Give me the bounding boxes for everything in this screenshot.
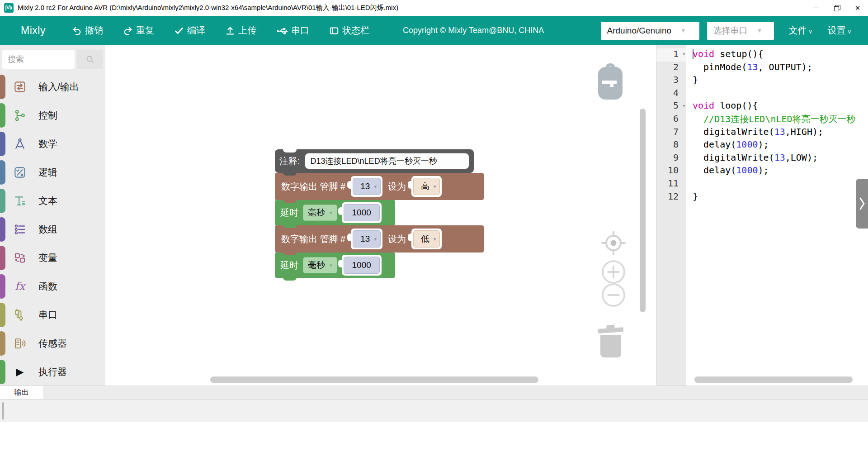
- pin-dropdown[interactable]: 13 ▾: [353, 178, 381, 195]
- delay-value-field[interactable]: 1000: [344, 257, 380, 274]
- fold-caret-icon[interactable]: ▾: [682, 51, 685, 57]
- delay-value-field[interactable]: 1000: [344, 204, 380, 221]
- zoom-out-button[interactable]: [601, 283, 626, 309]
- sidebar-item-logic[interactable]: 逻辑: [0, 158, 105, 186]
- level-socket: 高 ▾: [411, 176, 442, 197]
- fold-caret-icon[interactable]: ▾: [682, 103, 685, 109]
- chevron-down-icon: ▼: [680, 27, 686, 34]
- level-socket: 低 ▾: [411, 229, 442, 249]
- comment-block[interactable]: 注释: D13连接LED\nLED将亮一秒灭一秒: [275, 149, 474, 173]
- canvas-vertical-scrollbar[interactable]: [640, 109, 646, 312]
- line-number-gutter: 1▾ 2 3 4 5▾ 6 7 8 9 10 11 12: [656, 45, 686, 386]
- line-number: 1▾: [656, 48, 686, 62]
- level-dropdown[interactable]: 低 ▾: [413, 230, 440, 248]
- code-line: void loop(){: [693, 100, 868, 113]
- statusbar-button[interactable]: 状态栏: [329, 24, 369, 37]
- zoom-reset-button[interactable]: [601, 230, 626, 257]
- logic-icon: [12, 166, 28, 179]
- canvas-horizontal-scrollbar[interactable]: [210, 376, 538, 383]
- output-console[interactable]: [0, 399, 868, 422]
- sidebar-item-actuator[interactable]: ▶ 执行器: [0, 357, 105, 386]
- delay-unit-dropdown[interactable]: 毫秒 ▾: [303, 205, 337, 221]
- category-color-pill: [0, 246, 5, 270]
- menu-settings[interactable]: 设置∨: [828, 24, 852, 37]
- code-horizontal-scrollbar[interactable]: [694, 376, 853, 383]
- port-select-dropdown[interactable]: 选择串口 ▼: [707, 22, 774, 40]
- undo-button[interactable]: 撤销: [72, 24, 103, 37]
- array-list-icon: [12, 223, 28, 236]
- code-editor[interactable]: void setup(){ pinMode(13, OUTPUT); } voi…: [686, 45, 868, 386]
- titlebar: Mixly 2.0 rc2 For Arduino AVR (D:\mixly\…: [0, 0, 868, 16]
- close-button[interactable]: ✕: [847, 0, 868, 16]
- sidebar-item-serial[interactable]: 串口: [0, 300, 105, 329]
- sidebar-item-text[interactable]: 文本: [0, 186, 105, 215]
- level-dropdown[interactable]: 高 ▾: [413, 178, 440, 195]
- category-color-pill: [0, 103, 5, 128]
- blockly-workspace[interactable]: 注释: D13连接LED\nLED将亮一秒灭一秒 数字输出 管脚 # 13 ▾ …: [105, 45, 656, 386]
- category-color-pill: [0, 331, 5, 356]
- minimize-button[interactable]: [806, 0, 826, 16]
- category-color-pill: [0, 132, 5, 156]
- sidebar-item-sensor[interactable]: 传感器: [0, 329, 105, 357]
- chevron-down-icon: ▾: [434, 184, 436, 190]
- chevron-down-icon: ▾: [330, 210, 332, 216]
- collapse-code-panel-button[interactable]: [856, 179, 868, 229]
- upload-icon: [225, 26, 235, 36]
- code-line: pinMode(13, OUTPUT);: [693, 62, 868, 75]
- digital-write-block[interactable]: 数字输出 管脚 # 13 ▾ 设为 高 ▾: [275, 173, 484, 200]
- line-number: 5▾: [656, 100, 686, 113]
- code-line: //D13连接LED\nLED将亮一秒灭一秒: [693, 113, 868, 126]
- sidebar-item-array[interactable]: 数组: [0, 215, 105, 243]
- serial-monitor-button[interactable]: 串口: [276, 24, 309, 37]
- block-stack: 注释: D13连接LED\nLED将亮一秒灭一秒 数字输出 管脚 # 13 ▾ …: [275, 149, 484, 278]
- copyright-text: Copyright © Mixly Team@BNU, CHINA: [403, 26, 544, 35]
- restore-icon: [834, 5, 840, 11]
- bottom-spacer: [0, 422, 868, 467]
- search-button[interactable]: [77, 50, 103, 69]
- statusbar-icon: [329, 26, 339, 36]
- serial-cable-icon: [12, 308, 28, 322]
- delay-block[interactable]: 延时 毫秒 ▾ 1000: [275, 253, 395, 278]
- delay-unit-dropdown[interactable]: 毫秒 ▾: [303, 257, 337, 273]
- chevron-right-icon: [859, 195, 866, 213]
- redo-icon: [123, 26, 133, 36]
- board-select-dropdown[interactable]: Arduino/Genuino ▼: [601, 22, 699, 40]
- zoom-in-button[interactable]: [601, 260, 626, 286]
- line-number: 2: [656, 62, 686, 75]
- category-color-pill: [0, 217, 5, 242]
- comment-text-field[interactable]: D13连接LED\nLED将亮一秒灭一秒: [305, 153, 469, 169]
- sidebar-item-io[interactable]: 输入/输出: [0, 72, 105, 101]
- delay-block[interactable]: 延时 毫秒 ▾ 1000: [275, 200, 395, 225]
- pin-dropdown[interactable]: 13 ▾: [353, 230, 381, 248]
- sidebar-item-math[interactable]: 数学: [0, 129, 105, 158]
- code-line: digitalWrite(13,HIGH);: [693, 126, 868, 139]
- restore-button[interactable]: [826, 0, 847, 16]
- trash-icon[interactable]: [596, 324, 626, 361]
- menu-file[interactable]: 文件∨: [789, 24, 813, 37]
- sidebar-item-variable[interactable]: 变量: [0, 243, 105, 272]
- math-compass-icon: [12, 137, 28, 151]
- sidebar-item-control[interactable]: 控制: [0, 101, 105, 129]
- sensor-icon: [12, 337, 28, 350]
- brand-mixly: Mixly: [21, 24, 46, 37]
- upload-button[interactable]: 上传: [225, 24, 256, 37]
- digital-write-block[interactable]: 数字输出 管脚 # 13 ▾ 设为 低 ▾: [275, 225, 484, 253]
- category-color-pill: [0, 189, 5, 213]
- output-scrollbar[interactable]: [2, 402, 4, 419]
- chevron-down-icon: ∨: [847, 28, 852, 35]
- line-number: 12: [656, 191, 686, 204]
- line-number: 8: [656, 139, 686, 152]
- zoom-in-icon: [601, 260, 626, 284]
- compile-button[interactable]: 编译: [174, 24, 205, 37]
- search-icon: [86, 55, 94, 63]
- compile-check-icon: [174, 26, 184, 36]
- output-tab-bar: 输出: [0, 386, 868, 399]
- search-input[interactable]: [2, 50, 75, 69]
- code-line: delay(1000);: [693, 139, 868, 152]
- redo-button[interactable]: 重复: [123, 24, 154, 37]
- backpack-icon[interactable]: [596, 61, 625, 105]
- block-category-sidebar: 输入/输出 控制 数学 逻辑: [0, 45, 105, 386]
- pin-socket: 13 ▾: [351, 229, 382, 249]
- sidebar-item-function[interactable]: fx 函数: [0, 272, 105, 300]
- tab-output[interactable]: 输出: [0, 386, 43, 399]
